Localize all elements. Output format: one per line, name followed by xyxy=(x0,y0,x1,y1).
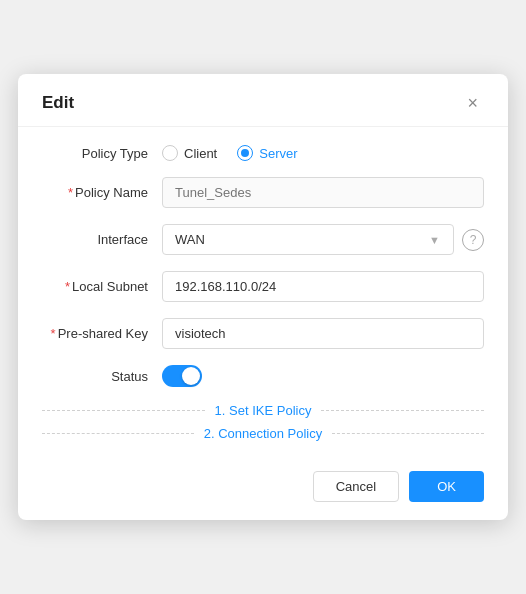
policy-name-row: *Policy Name xyxy=(42,177,484,208)
close-button[interactable]: × xyxy=(461,92,484,114)
policy-name-control xyxy=(162,177,484,208)
local-subnet-control xyxy=(162,271,484,302)
interface-select[interactable]: WAN xyxy=(162,224,454,255)
dialog-overlay: Edit × Policy Type Client xyxy=(0,0,526,594)
toggle-track xyxy=(162,365,202,387)
server-label: Server xyxy=(259,146,297,161)
status-label: Status xyxy=(42,369,162,384)
local-subnet-input[interactable] xyxy=(162,271,484,302)
preshared-key-row: *Pre-shared Key xyxy=(42,318,484,349)
interface-label: Interface xyxy=(42,232,162,247)
radio-server[interactable]: Server xyxy=(237,145,297,161)
connection-policy-link[interactable]: 2. Connection Policy xyxy=(194,426,333,441)
dialog-body: Policy Type Client Server xyxy=(18,127,508,457)
policy-name-label: *Policy Name xyxy=(42,185,162,200)
client-label: Client xyxy=(184,146,217,161)
interface-control: WAN ▼ ? xyxy=(162,224,484,255)
connection-policy-divider: 2. Connection Policy xyxy=(42,426,484,441)
dialog-title: Edit xyxy=(42,93,74,113)
radio-circle-client xyxy=(162,145,178,161)
interface-select-wrapper: WAN ▼ ? xyxy=(162,224,484,255)
ike-divider-left xyxy=(42,410,205,411)
ok-button[interactable]: OK xyxy=(409,471,484,502)
status-toggle[interactable] xyxy=(162,365,202,387)
interface-row: Interface WAN ▼ ? xyxy=(42,224,484,255)
radio-circle-server xyxy=(237,145,253,161)
help-icon[interactable]: ? xyxy=(462,229,484,251)
edit-dialog: Edit × Policy Type Client xyxy=(18,74,508,520)
preshared-key-input[interactable] xyxy=(162,318,484,349)
conn-divider-right xyxy=(332,433,484,434)
required-star-subnet: * xyxy=(65,279,70,294)
ike-policy-divider: 1. Set IKE Policy xyxy=(42,403,484,418)
dialog-header: Edit × xyxy=(18,74,508,127)
ike-policy-link[interactable]: 1. Set IKE Policy xyxy=(205,403,322,418)
local-subnet-label: *Local Subnet xyxy=(42,279,162,294)
radio-group: Client Server xyxy=(162,145,484,161)
radio-dot-server xyxy=(241,149,249,157)
policy-type-label: Policy Type xyxy=(42,146,162,161)
preshared-key-label: *Pre-shared Key xyxy=(42,326,162,341)
status-control xyxy=(162,365,484,387)
conn-divider-left xyxy=(42,433,194,434)
cancel-button[interactable]: Cancel xyxy=(313,471,399,502)
policy-type-control: Client Server xyxy=(162,145,484,161)
dialog-footer: Cancel OK xyxy=(18,457,508,520)
policy-name-input[interactable] xyxy=(162,177,484,208)
local-subnet-row: *Local Subnet xyxy=(42,271,484,302)
ike-divider-right xyxy=(321,410,484,411)
required-star-key: * xyxy=(51,326,56,341)
radio-client[interactable]: Client xyxy=(162,145,217,161)
status-row: Status xyxy=(42,365,484,387)
required-star-name: * xyxy=(68,185,73,200)
toggle-thumb xyxy=(182,367,200,385)
policy-type-row: Policy Type Client Server xyxy=(42,145,484,161)
preshared-key-control xyxy=(162,318,484,349)
